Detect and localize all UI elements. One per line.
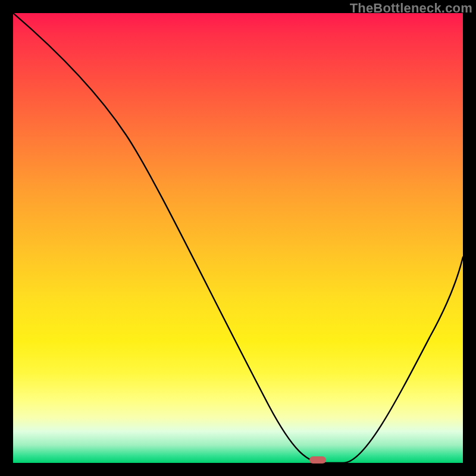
plot-area: [13, 13, 463, 463]
curve-path: [13, 13, 463, 463]
optimal-marker: [309, 456, 326, 464]
bottleneck-curve: [13, 13, 463, 463]
